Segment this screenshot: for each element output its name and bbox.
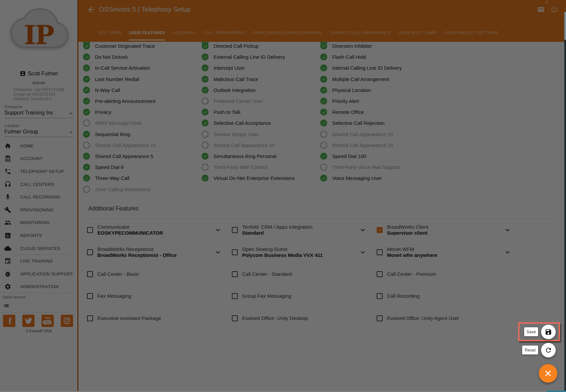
tutorial-dim-overlay — [0, 0, 566, 392]
reset-tooltip: Reset — [522, 346, 538, 354]
close-tutorial-button[interactable] — [539, 364, 557, 383]
reset-button[interactable] — [541, 343, 556, 357]
close-icon — [544, 369, 552, 378]
screen-edge-artifact — [564, 40, 566, 392]
save-icon — [545, 328, 552, 336]
screen-edge-artifact — [564, 12, 566, 40]
app-root: IP Scott Fulmer sfulmer Enterprise: eip-… — [0, 0, 566, 392]
refresh-icon — [545, 347, 552, 354]
save-button[interactable] — [541, 325, 556, 339]
screen-edge-artifact — [547, 391, 566, 392]
save-tooltip: Save — [524, 327, 538, 336]
